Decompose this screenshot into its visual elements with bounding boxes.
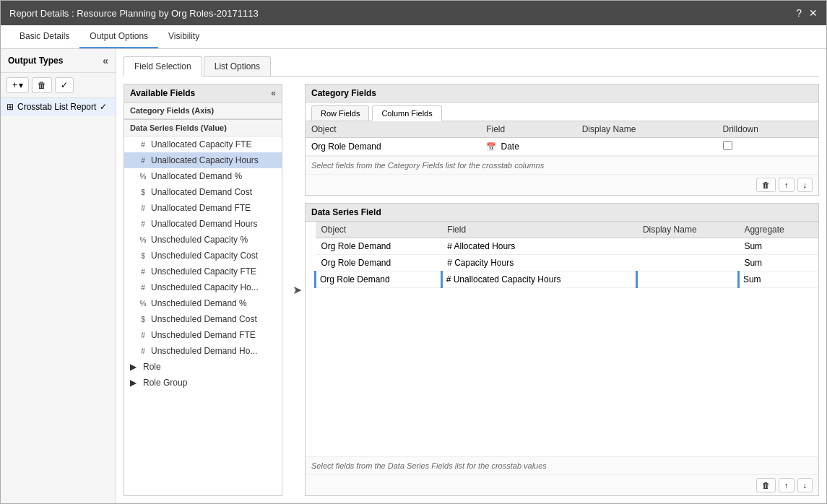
left-panel-header: Output Types « [1, 49, 116, 73]
cell-display-name [576, 138, 717, 156]
tab-output-options[interactable]: Output Options [79, 25, 158, 48]
report-type-item[interactable]: ⊞ Crosstab List Report ✓ [1, 98, 116, 116]
category-fields-table-wrapper: Object Field Display Name Drilldown [306, 121, 818, 156]
cell-object: Org Role Demand [316, 255, 442, 271]
cell-drilldown[interactable] [717, 138, 818, 156]
table-row[interactable]: Org Role Demand # Capacity Hours Sum [316, 255, 819, 271]
collapse-available-fields-button[interactable]: « [271, 88, 276, 98]
data-series-field-box: Data Series Field Object [305, 203, 819, 496]
add-icon: + [12, 80, 17, 90]
move-up-data-series-field-button[interactable]: ↑ [779, 478, 794, 492]
tab-list-options[interactable]: List Options [204, 56, 271, 76]
cell-field: # Allocated Hours [441, 238, 637, 255]
ds-col-display-name: Display Name [637, 222, 739, 238]
tab-visibility[interactable]: Visibility [158, 25, 209, 48]
cell-field: # Capacity Hours [441, 255, 637, 271]
delete-category-field-button[interactable]: 🗑 [756, 178, 776, 192]
list-item[interactable]: % Unscheduled Demand % [124, 295, 282, 311]
list-item[interactable]: % Unscheduled Capacity % [124, 232, 282, 248]
col-header-display-name: Display Name [576, 121, 717, 138]
ds-col-aggregate: Aggregate [738, 222, 818, 238]
list-item[interactable]: # Unallocated Capacity FTE [124, 136, 282, 152]
cell-aggregate: Sum [738, 255, 818, 271]
percent-icon: % [139, 300, 147, 308]
category-sub-tabs: Row Fields Column Fields [306, 103, 818, 121]
checkmark-icon: ✓ [61, 80, 68, 90]
add-output-type-button[interactable]: + ▾ [7, 77, 29, 93]
ds-col-object: Object [316, 222, 442, 238]
hash-icon: # [447, 258, 454, 268]
field-label: Unallocated Demand Hours [151, 219, 257, 229]
delete-data-series-field-button[interactable]: 🗑 [756, 478, 776, 492]
right-section: ➤ Category Fields Row Fields Column Fiel… [290, 84, 819, 496]
col-header-drilldown: Drilldown [717, 121, 818, 138]
main-area: Field Selection List Options Available F… [116, 49, 826, 503]
list-item[interactable]: $ Unallocated Demand Cost [124, 184, 282, 200]
field-selection-content: Available Fields « Category Fields (Axis… [124, 84, 819, 496]
output-types-label: Output Types [8, 56, 63, 66]
col-header-field: Field [480, 121, 576, 138]
add-dropdown-icon: ▾ [19, 80, 23, 90]
cell-display-name [637, 271, 739, 288]
close-icon[interactable]: ✕ [809, 7, 818, 19]
table-row[interactable]: Org Role Demand 📅 Date [306, 138, 818, 156]
move-down-category-field-button[interactable]: ↓ [797, 178, 813, 192]
table-row[interactable]: Org Role Demand # Unallocated Capacity H… [316, 271, 819, 288]
category-fields-actions: 🗑 ↑ ↓ [306, 174, 818, 195]
tab-field-selection[interactable]: Field Selection [124, 56, 202, 77]
report-details-dialog: Report Details : Resource Planning by Or… [0, 0, 827, 504]
list-item[interactable]: # Unallocated Demand Hours [124, 216, 282, 232]
field-label: Unscheduled Demand Ho... [151, 346, 257, 356]
calendar-icon: 📅 [486, 142, 496, 151]
field-label: Unscheduled Capacity Ho... [151, 282, 259, 292]
move-down-data-series-field-button[interactable]: ↓ [797, 478, 813, 492]
list-item[interactable]: ▶ Role [124, 359, 282, 375]
report-item-label: Crosstab List Report [17, 102, 96, 112]
list-item[interactable]: # Unallocated Demand FTE [124, 200, 282, 216]
cell-display-name [637, 255, 739, 271]
field-label: Unscheduled Capacity Cost [151, 251, 258, 261]
help-icon[interactable]: ? [796, 7, 802, 19]
cell-display-name [637, 238, 739, 255]
cell-field: 📅 Date [480, 138, 576, 156]
tab-basic-details[interactable]: Basic Details [9, 25, 79, 48]
field-label: Unallocated Capacity FTE [151, 139, 251, 149]
dialog-title: Report Details : Resource Planning by Or… [9, 8, 259, 19]
list-item[interactable]: # Unscheduled Demand FTE [124, 327, 282, 343]
field-label: Unallocated Demand % [151, 171, 242, 181]
list-item[interactable]: % Unallocated Demand % [124, 168, 282, 184]
data-series-fields-section: Data Series Fields (Value) # Unallocated… [124, 120, 282, 495]
hash-icon: # [139, 347, 147, 355]
list-item[interactable]: # Unallocated Capacity Hours [124, 152, 282, 168]
hash-icon: # [446, 274, 454, 284]
sub-tab-row-fields[interactable]: Row Fields [311, 105, 369, 121]
drilldown-checkbox[interactable] [723, 141, 732, 150]
sub-tab-column-fields[interactable]: Column Fields [372, 105, 441, 121]
move-up-category-field-button[interactable]: ↑ [779, 178, 794, 192]
collapse-left-panel-button[interactable]: « [103, 55, 108, 66]
add-field-arrow-icon[interactable]: ➤ [293, 283, 302, 297]
field-label: Unscheduled Capacity FTE [151, 266, 256, 277]
category-fields-axis-section: Category Fields (Axis) [124, 103, 282, 120]
check-output-type-button[interactable]: ✓ [55, 77, 74, 93]
report-item-check: ✓ [100, 102, 107, 112]
table-row[interactable]: Org Role Demand # Allocated Hours Sum [316, 238, 819, 255]
tree-expand-icon: ▶ [130, 378, 137, 388]
available-fields-header: Available Fields « [124, 84, 282, 103]
list-item[interactable]: # Unscheduled Capacity Ho... [124, 279, 282, 295]
list-item[interactable]: # Unscheduled Capacity FTE [124, 264, 282, 279]
delete-output-type-button[interactable]: 🗑 [32, 77, 52, 93]
cell-object: Org Role Demand [316, 271, 442, 288]
list-item[interactable]: $ Unscheduled Capacity Cost [124, 248, 282, 264]
cell-object: Org Role Demand [306, 138, 480, 156]
cell-object: Org Role Demand [316, 238, 442, 255]
tree-expand-icon: ▶ [130, 362, 137, 372]
list-item[interactable]: # Unscheduled Demand Ho... [124, 343, 282, 359]
current-row-indicator-col [306, 222, 314, 239]
field-label: Unallocated Capacity Hours [151, 155, 259, 165]
field-label: Unallocated Demand FTE [151, 203, 251, 213]
list-item[interactable]: $ Unscheduled Demand Cost [124, 311, 282, 327]
list-item[interactable]: ▶ Role Group [124, 375, 282, 391]
category-fields-table: Object Field Display Name Drilldown [306, 121, 818, 156]
grid-icon: ⊞ [7, 102, 14, 112]
